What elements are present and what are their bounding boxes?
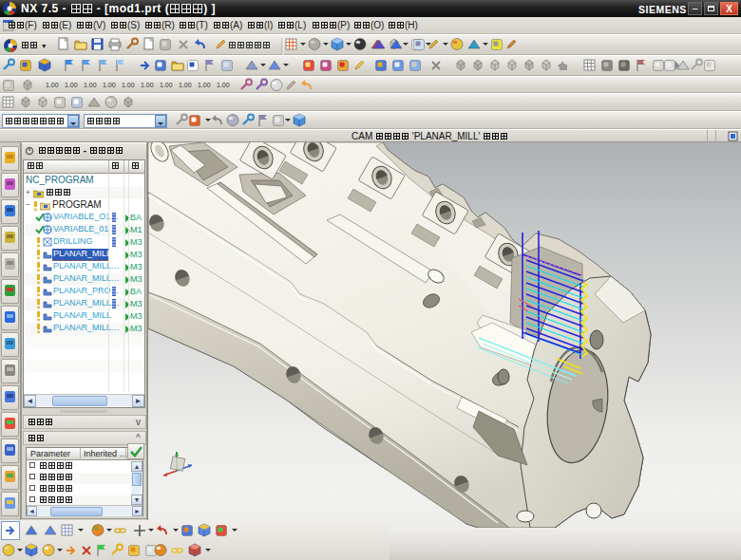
svg-text:1.00: 1.00 [217, 82, 230, 88]
svg-text:1.00: 1.00 [141, 82, 154, 88]
svg-text:1.00: 1.00 [179, 82, 192, 88]
svg-text:1.00: 1.00 [84, 82, 97, 88]
svg-text:1.00: 1.00 [103, 82, 116, 88]
svg-text:1.00: 1.00 [46, 82, 59, 88]
svg-text:1.00: 1.00 [198, 82, 211, 88]
svg-text:1.00: 1.00 [65, 82, 78, 88]
svg-text:1.00: 1.00 [160, 82, 173, 88]
svg-text:1.00: 1.00 [122, 82, 135, 88]
